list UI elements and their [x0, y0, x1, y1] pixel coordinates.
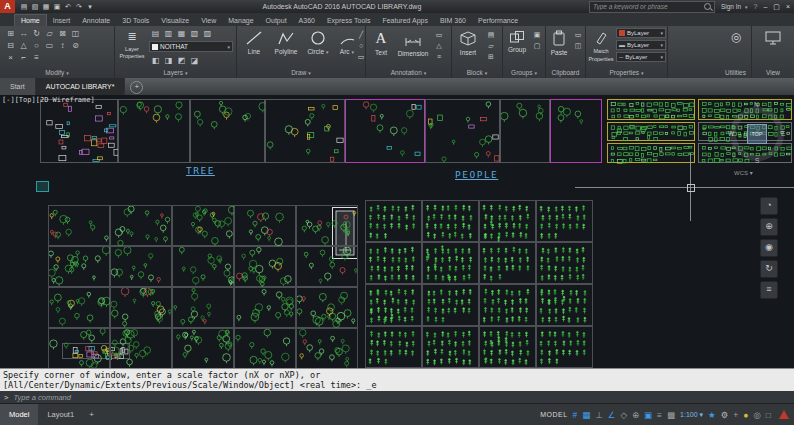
group-tool-icon-1[interactable]: ▢ — [532, 40, 542, 51]
zoom-icon[interactable]: ◉ — [760, 239, 778, 257]
panel-label-draw[interactable]: Draw▾ — [237, 68, 365, 78]
modify-tool-icon-7[interactable]: △ — [17, 40, 30, 52]
panel-label-layers[interactable]: Layers▾ — [115, 68, 236, 78]
layer-tool-icon-0[interactable]: ▤ — [149, 28, 162, 40]
search-box[interactable]: Type a keyword or phrase — [589, 1, 715, 13]
block-tool-icon-0[interactable]: ▤ — [486, 29, 496, 40]
layer-dropdown[interactable]: NOITHAT ▾ — [149, 41, 233, 52]
new-file-icon[interactable]: ▤ — [19, 0, 29, 13]
polar-tracking-icon[interactable]: ∠ — [608, 405, 616, 425]
layer-tool-icon-4[interactable]: ▨ — [201, 28, 214, 40]
ribbon-tab-express-tools[interactable]: Express Tools — [321, 15, 376, 26]
text-button[interactable]: A Text — [368, 27, 394, 67]
ribbon-tab-bim-360[interactable]: BIM 360 — [434, 15, 472, 26]
panel-label-modify[interactable]: Modify▾ — [0, 68, 114, 78]
undo-icon[interactable]: ↶ — [63, 0, 73, 13]
line-button[interactable]: Line — [239, 27, 269, 67]
group-tool-icon-0[interactable]: ▣ — [532, 29, 542, 40]
maximize-button[interactable]: ▢ — [773, 0, 780, 13]
ribbon-tab-featured-apps[interactable]: Featured Apps — [376, 15, 434, 26]
panel-label-view[interactable]: View — [752, 68, 794, 78]
layer-tool-icon-3[interactable]: ▧ — [188, 28, 201, 40]
draw-tool-icon-2[interactable]: ▭ — [356, 51, 366, 62]
workspace-gear-icon[interactable]: ⚙ — [721, 405, 729, 425]
ribbon-tab-annotate[interactable]: Annotate — [76, 15, 116, 26]
insert-button[interactable]: Insert — [454, 27, 482, 67]
modify-tool-icon-12[interactable]: × — [4, 52, 17, 64]
view-button[interactable] — [760, 27, 786, 67]
help-icon[interactable]: ? — [753, 3, 757, 10]
modify-tool-icon-4[interactable]: ⊠ — [56, 28, 69, 40]
modify-tool-icon-14[interactable]: ≡ — [30, 52, 43, 64]
modify-tool-icon-6[interactable]: ⊟ — [4, 40, 17, 52]
modify-tool-icon-3[interactable]: ▱ — [43, 28, 56, 40]
transparency-icon[interactable]: ▩ — [667, 405, 675, 425]
object-snap-icon[interactable]: ▣ — [644, 405, 652, 425]
clean-screen-icon[interactable]: □ — [766, 405, 771, 425]
isometric-drafting-icon[interactable]: ◇ — [620, 405, 627, 425]
orbit-icon[interactable]: ↻ — [760, 260, 778, 278]
viewcube-top-face[interactable]: TOP — [747, 124, 767, 144]
ribbon-tab-view[interactable]: View — [195, 15, 222, 26]
annotation-visibility-icon[interactable]: ★ — [708, 405, 716, 425]
file-tab-start[interactable]: Start — [0, 78, 36, 95]
minimize-button[interactable]: – — [763, 0, 767, 13]
file-tab-autocad-library[interactable]: AUTOCAD LIBRARY* — [36, 78, 126, 95]
sign-in-button[interactable]: Sign In ▾ — [721, 3, 748, 10]
model-space-button[interactable]: MODEL — [540, 411, 567, 418]
search-input[interactable]: Type a keyword or phrase — [593, 3, 701, 10]
layer-tool-icon-1[interactable]: ▥ — [162, 28, 175, 40]
annotation-tool-icon-2[interactable]: ≡ — [434, 51, 444, 62]
modify-tool-icon-9[interactable]: ▭ — [43, 40, 56, 52]
layer-properties-button[interactable]: ≣ Layer Properties — [117, 28, 147, 68]
block-tool-icon-2[interactable]: ⊞ — [486, 51, 496, 62]
new-drawing-tab-button[interactable]: + — [130, 81, 143, 94]
ortho-icon[interactable]: ⊥ — [595, 405, 602, 425]
modify-tool-icon-1[interactable]: ↔ — [17, 28, 30, 40]
annotation-scale-button[interactable]: 1:100 ▾ — [680, 411, 703, 419]
ribbon-tab-insert[interactable]: Insert — [47, 15, 77, 26]
ribbon-tab-manage[interactable]: Manage — [222, 15, 259, 26]
clipboard-tool-icon-1[interactable]: ◫ — [573, 40, 583, 51]
panel-label-utilities[interactable]: Utilities — [720, 68, 751, 78]
layout-tab-model[interactable]: Model — [0, 404, 38, 425]
lineweight-icon[interactable]: ≡ — [657, 405, 662, 425]
autocad-logo-icon[interactable]: A — [0, 0, 15, 13]
annotation-tool-icon-1[interactable]: △ — [434, 40, 444, 51]
polyline-button[interactable]: Polyline — [271, 27, 301, 67]
ribbon-tab-visualize[interactable]: Visualize — [155, 15, 195, 26]
layer-tool-icon-2[interactable]: ▦ — [175, 28, 188, 40]
grid-icon[interactable]: # — [573, 405, 578, 425]
viewcube[interactable]: N W E S TOP — [726, 103, 788, 165]
draw-tool-icon-0[interactable]: ╱ — [356, 29, 366, 40]
modify-tool-icon-13[interactable]: ⌐ — [17, 52, 30, 64]
modify-tool-icon-0[interactable]: ⊞ — [4, 28, 17, 40]
draw-tool-icon-1[interactable]: ○ — [356, 40, 366, 51]
annotation-tool-icon-0[interactable]: ▭ — [434, 29, 444, 40]
command-input[interactable]: > Type a command — [0, 391, 794, 403]
linetype-dropdown[interactable]: ─ ByLayer ▾ — [616, 52, 666, 62]
redo-icon[interactable]: ↷ — [74, 0, 84, 13]
group-button[interactable]: Group — [505, 27, 529, 67]
new-layout-button[interactable]: + — [83, 404, 100, 425]
utilities-button[interactable]: ◎ — [722, 27, 750, 67]
layer-state-icon-2[interactable]: ◩ — [175, 55, 188, 67]
ribbon-tab-home[interactable]: Home — [14, 14, 47, 26]
modify-tool-icon-8[interactable]: ○ — [30, 40, 43, 52]
ribbon-tab-performance[interactable]: Performance — [472, 15, 524, 26]
panel-label-properties[interactable]: Properties▾ — [586, 68, 667, 78]
save-icon[interactable]: ▦ — [41, 0, 51, 13]
snap-icon[interactable]: ▦ — [582, 405, 590, 425]
panel-label-clipboard[interactable]: Clipboard — [546, 68, 585, 78]
layer-state-icon-3[interactable]: ◪ — [188, 55, 201, 67]
block-tool-icon-1[interactable]: ▱ — [486, 40, 496, 51]
object-snap-tracking-icon[interactable]: ⊕ — [632, 405, 639, 425]
panel-label-annotation[interactable]: Annotation▾ — [366, 68, 451, 78]
dimension-button[interactable]: Dimension — [396, 27, 430, 67]
modify-tool-icon-11[interactable]: ⊘ — [69, 40, 82, 52]
layer-state-icon-0[interactable]: ◧ — [149, 55, 162, 67]
navigation-wheel-icon[interactable]: ◔ — [760, 197, 778, 215]
lineweight-dropdown[interactable]: ▬ ByLayer ▾ — [616, 40, 666, 50]
circle-button[interactable]: Circle▾ — [303, 27, 333, 67]
layer-state-icon-1[interactable]: ◨ — [162, 55, 175, 67]
